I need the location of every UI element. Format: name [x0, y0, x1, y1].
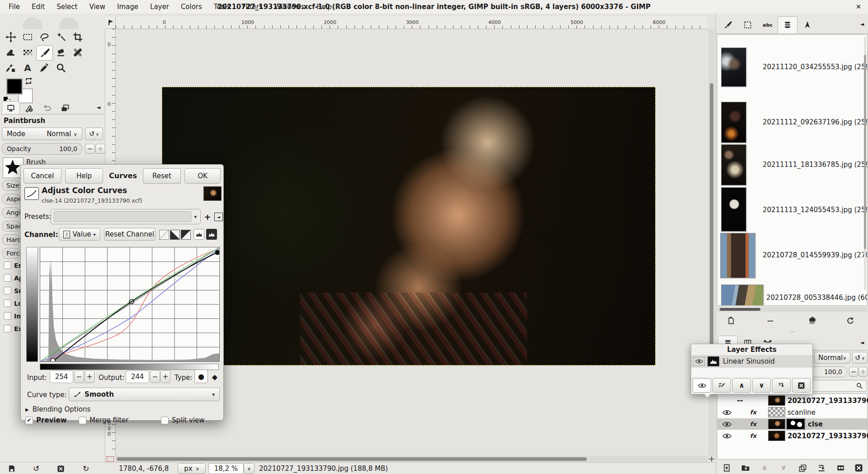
tab-patterns[interactable] — [738, 16, 758, 33]
tab-tools[interactable] — [797, 16, 817, 33]
hardness-slider[interactable]: Hardn — [2, 234, 20, 245]
layer-row-selected[interactable]: fx clse — [717, 418, 868, 430]
close-window-button[interactable]: ✕ — [853, 0, 864, 14]
input-decrease-button[interactable]: − — [74, 370, 84, 383]
heal-tool-icon[interactable] — [70, 45, 85, 60]
reset-tool-options-button[interactable]: ↻ — [80, 464, 92, 474]
dock-menu-button[interactable]: ◄ — [94, 103, 103, 112]
reset-channel-button[interactable]: Reset Channel — [104, 228, 156, 241]
visibility-eye-icon[interactable] — [722, 433, 731, 439]
ruler-origin-icon[interactable] — [105, 16, 116, 29]
unit-select[interactable]: px∨ — [178, 463, 206, 474]
remove-image-button[interactable]: − — [764, 315, 777, 327]
split-view-checkbox[interactable]: Split view — [161, 416, 205, 424]
zoom-tool-icon[interactable] — [53, 61, 69, 75]
layer-fx-badge[interactable]: fx — [750, 409, 756, 416]
menu-filters[interactable]: Filters — [236, 3, 269, 11]
new-layer-button[interactable] — [720, 462, 733, 473]
curve-anchor-point[interactable] — [51, 358, 55, 361]
point-type-smooth-button[interactable]: ● — [194, 370, 208, 383]
image-list-item[interactable]: 20210728_014559939.jpg (2702 × 3 — [763, 251, 868, 259]
raise-layer-button[interactable]: ∧ — [758, 462, 771, 473]
effect-edit-button[interactable] — [712, 378, 731, 393]
tab-images[interactable] — [56, 101, 74, 114]
vertical-scrollbar-thumb[interactable] — [710, 83, 713, 373]
input-value-field[interactable]: 254 — [50, 370, 73, 383]
add-preset-button[interactable]: + — [203, 212, 212, 222]
spacing-slider[interactable]: Spaci — [2, 221, 20, 232]
tab-brushes[interactable] — [718, 16, 738, 33]
horizontal-ruler[interactable]: 0 1000 2000 3000 4000 5000 6000 — [116, 16, 708, 29]
pattern-tool-icon[interactable] — [19, 45, 35, 60]
opacity-increase-button[interactable]: + — [95, 144, 105, 154]
image-thumbnail[interactable] — [721, 47, 746, 87]
bucket-fill-tool-icon[interactable] — [3, 45, 19, 60]
menu-layer[interactable]: Layer — [144, 3, 175, 11]
image-thumbnail[interactable] — [720, 233, 755, 278]
input-increase-button[interactable]: + — [85, 370, 94, 383]
menu-windows[interactable]: Windows — [269, 3, 311, 11]
preset-menu-button[interactable]: ◄ — [214, 213, 223, 221]
ok-button[interactable]: OK — [184, 168, 221, 184]
layer-row[interactable]: 20210727_193133790 — [717, 395, 868, 406]
log-histogram-toggle[interactable] — [170, 230, 180, 240]
effect-remove-button[interactable] — [792, 378, 811, 393]
navigation-button[interactable] — [708, 456, 715, 462]
move-tool-icon[interactable] — [3, 30, 19, 44]
presets-select[interactable]: ▾ — [51, 209, 201, 224]
delete-layer-button[interactable] — [852, 462, 865, 473]
tab-device-status[interactable]: i — [20, 101, 38, 114]
image-list-item[interactable]: 20211120_034255553.jpg (2598 × 4 — [763, 63, 868, 71]
size-slider[interactable]: Size — [2, 180, 20, 191]
rectangle-select-tool-icon[interactable] — [19, 30, 35, 44]
images-hscrollbar-thumb[interactable] — [720, 308, 760, 311]
image-thumbnail[interactable] — [721, 187, 746, 232]
menu-image[interactable]: Image — [111, 3, 144, 11]
menu-select[interactable]: Select — [51, 3, 83, 11]
menu-edit[interactable]: Edit — [26, 3, 51, 11]
tab-undo-history[interactable] — [38, 101, 56, 114]
foreground-color-swatch[interactable] — [6, 78, 23, 95]
menu-tools[interactable]: Tools — [208, 3, 236, 11]
dock-splitter[interactable]: ⋯ — [716, 329, 868, 335]
quick-mask-toggle[interactable] — [107, 456, 114, 462]
new-layer-group-button[interactable] — [739, 462, 752, 473]
preview-checkbox[interactable]: ✔ Preview — [25, 416, 67, 424]
menu-colors[interactable]: Colors — [175, 3, 208, 11]
tab-fonts[interactable]: abc — [758, 16, 778, 33]
image-list-item[interactable]: 20211111_181336785.jpg (2598 × 46 — [763, 161, 868, 169]
point-type-corner-button[interactable]: ◆ — [209, 371, 221, 383]
image-canvas[interactable] — [162, 87, 655, 365]
reset-button[interactable]: Reset — [143, 168, 181, 184]
image-list-item[interactable]: 20211112_092637196.jpg (2598 × 46 — [763, 118, 868, 126]
paintbrush-tool-icon[interactable] — [36, 45, 53, 61]
open-image-button[interactable] — [725, 315, 739, 327]
restore-tool-preset-button[interactable]: ↺ — [30, 464, 42, 474]
work-on-linear-toggle[interactable] — [193, 229, 204, 240]
zoom-select-button[interactable]: ∨ — [244, 463, 255, 474]
image-list-item[interactable]: 20211113_124055453.jpg (2598 × 46 — [763, 206, 868, 214]
image-thumbnail[interactable] — [721, 284, 764, 306]
effect-visibility-button[interactable] — [693, 378, 711, 393]
menu-view[interactable]: View — [83, 3, 111, 11]
effect-lower-button[interactable]: ∨ — [752, 378, 771, 393]
linear-histogram-toggle[interactable] — [159, 230, 169, 240]
cancel-button[interactable]: Cancel — [24, 168, 61, 184]
opacity-slider[interactable]: Opacity 100,0 — [2, 143, 82, 155]
opacity-decrease-button[interactable]: − — [85, 144, 95, 154]
effect-visibility-eye-icon[interactable] — [695, 359, 703, 364]
merge-layer-button[interactable] — [815, 462, 828, 473]
layer-mode-reset-button[interactable]: ↺∨ — [852, 352, 868, 364]
swap-colors-icon[interactable] — [24, 77, 33, 85]
horizontal-scrollbar-thumb[interactable] — [117, 457, 587, 461]
angle-slider[interactable]: Angle — [2, 207, 20, 218]
blending-options-expander[interactable]: ▶ Blending Options — [25, 405, 90, 413]
delete-tool-preset-button[interactable] — [54, 464, 67, 474]
visibility-eye-icon[interactable] — [722, 409, 731, 416]
text-tool-icon[interactable]: A — [19, 61, 35, 75]
paint-mode-select[interactable]: Mode Normal ∨ — [2, 128, 82, 140]
channel-select[interactable]: I Value ▾ — [59, 228, 100, 241]
output-decrease-button[interactable]: − — [150, 370, 160, 383]
crop-tool-icon[interactable] — [70, 30, 85, 44]
menu-help[interactable]: Help — [311, 3, 338, 11]
